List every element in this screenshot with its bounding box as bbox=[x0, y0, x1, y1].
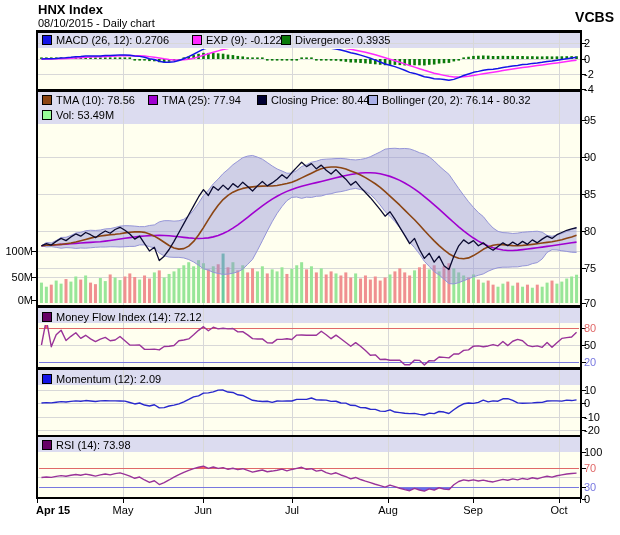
y-axis-tick-label: 30 bbox=[584, 481, 596, 493]
month-label: Jul bbox=[272, 504, 312, 516]
macd-legend-label: MACD (26, 12): 0.2706 bbox=[56, 34, 169, 46]
mfi-legend-item: Money Flow Index (14): 72.12 bbox=[42, 311, 202, 324]
macd-legend-item: MACD (26, 12): 0.2706 bbox=[42, 34, 169, 47]
exp-swatch-icon bbox=[192, 35, 202, 45]
momentum-swatch-icon bbox=[42, 374, 52, 384]
y-axis-tick-label: 0 bbox=[584, 397, 590, 409]
tma10-legend-item: TMA (10): 78.56 bbox=[42, 94, 135, 107]
volume-tick-label: 50M bbox=[0, 271, 33, 283]
tma10-swatch-icon bbox=[42, 95, 52, 105]
chart-window: HNX Index 08/10/2015 - Daily chart VCBS … bbox=[0, 0, 620, 535]
momentum-legend-label: Momentum (12): 2.09 bbox=[56, 373, 161, 385]
mfi-swatch-icon bbox=[42, 312, 52, 322]
y-axis-tick-label: 2 bbox=[584, 37, 590, 49]
closing-price-swatch-icon bbox=[257, 95, 267, 105]
brand-logo: VCBS bbox=[575, 9, 614, 25]
y-axis-tick-label: -2 bbox=[584, 68, 594, 80]
y-axis-tick-label: -10 bbox=[584, 411, 600, 423]
exp-legend-label: EXP (9): -0.1229 bbox=[206, 34, 288, 46]
volume-tick-label: 0M bbox=[0, 294, 33, 306]
y-axis-tick-label: 70 bbox=[584, 462, 596, 474]
y-axis-tick-label: 80 bbox=[584, 322, 596, 334]
rsi-swatch-icon bbox=[42, 440, 52, 450]
volume-legend-item: Vol: 53.49M bbox=[42, 109, 114, 122]
chart-canvas bbox=[0, 0, 620, 535]
month-label: Apr 15 bbox=[36, 504, 70, 516]
y-axis-tick-label: 85 bbox=[584, 188, 596, 200]
y-axis-tick-label: 95 bbox=[584, 114, 596, 126]
rsi-legend-item: RSI (14): 73.98 bbox=[42, 439, 131, 452]
month-label: May bbox=[103, 504, 143, 516]
tma10-legend-label: TMA (10): 78.56 bbox=[56, 94, 135, 106]
momentum-legend-item: Momentum (12): 2.09 bbox=[42, 373, 161, 386]
y-axis-tick-label: 80 bbox=[584, 225, 596, 237]
y-axis-tick-label: 20 bbox=[584, 356, 596, 368]
tma25-legend-label: TMA (25): 77.94 bbox=[162, 94, 241, 106]
y-axis-tick-label: -20 bbox=[584, 424, 600, 436]
macd-swatch-icon bbox=[42, 35, 52, 45]
tma25-legend-item: TMA (25): 77.94 bbox=[148, 94, 241, 107]
chart-date-subtitle: 08/10/2015 - Daily chart bbox=[38, 17, 155, 29]
bollinger-legend-item: Bollinger (20, 2): 76.14 - 80.32 bbox=[368, 94, 531, 107]
y-axis-tick-label: -4 bbox=[584, 83, 594, 95]
closing-price-legend-item: Closing Price: 80.44 bbox=[257, 94, 369, 107]
y-axis-tick-label: 100 bbox=[584, 446, 602, 458]
y-axis-tick-label: 90 bbox=[584, 151, 596, 163]
closing-price-legend-label: Closing Price: 80.44 bbox=[271, 94, 369, 106]
page-title: HNX Index bbox=[38, 2, 103, 17]
y-axis-tick-label: 70 bbox=[584, 297, 596, 309]
bollinger-legend-label: Bollinger (20, 2): 76.14 - 80.32 bbox=[382, 94, 531, 106]
volume-swatch-icon bbox=[42, 110, 52, 120]
month-label: Aug bbox=[368, 504, 408, 516]
volume-legend-label: Vol: 53.49M bbox=[56, 109, 114, 121]
bollinger-swatch-icon bbox=[368, 95, 378, 105]
divergence-legend-label: Divergence: 0.3935 bbox=[295, 34, 390, 46]
y-axis-tick-label: 0 bbox=[584, 53, 590, 65]
mfi-legend-label: Money Flow Index (14): 72.12 bbox=[56, 311, 202, 323]
divergence-swatch-icon bbox=[281, 35, 291, 45]
y-axis-tick-label: 10 bbox=[584, 384, 596, 396]
month-label: Sep bbox=[453, 504, 493, 516]
y-axis-tick-label: 0 bbox=[584, 493, 590, 505]
month-label: Oct bbox=[539, 504, 579, 516]
volume-tick-label: 100M bbox=[0, 245, 33, 257]
y-axis-tick-label: 50 bbox=[584, 339, 596, 351]
month-label: Jun bbox=[183, 504, 223, 516]
y-axis-tick-label: 75 bbox=[584, 262, 596, 274]
tma25-swatch-icon bbox=[148, 95, 158, 105]
rsi-legend-label: RSI (14): 73.98 bbox=[56, 439, 131, 451]
divergence-legend-item: Divergence: 0.3935 bbox=[281, 34, 390, 47]
exp-legend-item: EXP (9): -0.1229 bbox=[192, 34, 288, 47]
